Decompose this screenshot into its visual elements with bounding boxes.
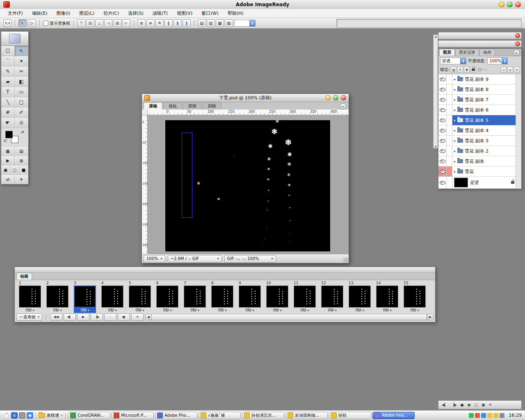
frame-thumbnail[interactable] [404,285,426,308]
paint-bucket-tool[interactable]: ◧ [15,77,28,87]
trash-button[interactable]: ✕ [488,403,492,407]
align-top-button[interactable]: ⊤ [77,19,85,27]
tray-icon-2[interactable] [475,413,480,418]
opacity-dropdown[interactable]: 100% ▲▼ [487,57,508,64]
menu-select[interactable]: 选择(S) [123,9,148,17]
rectangular-marquee-tool[interactable]: ☐ [1,46,15,56]
canvas-viewport[interactable]: ✻❄❄❄❄✻✻✻✻✻✻✶✶✶✶✶✶••••✻✻•• [148,115,349,254]
align-bottom-button[interactable]: ⊥ [95,19,103,27]
frame-thumbnail[interactable] [129,285,151,308]
frame-thumbnail[interactable] [19,285,41,308]
tray-icon-1[interactable] [469,413,474,418]
layer-row[interactable]: ▸雪花 [438,167,521,177]
layer-link-cell[interactable] [447,74,452,84]
tab-history[interactable]: 历史记录 [455,49,479,56]
layer-row[interactable]: ▸雪花 副本 3 [438,136,521,146]
menu-edit[interactable]: 编辑(E) [27,9,52,17]
expand-triangle-icon[interactable]: ▸ [454,129,456,132]
zoom-level-dropdown[interactable]: 100%▾ [144,255,165,262]
step-forward-button[interactable]: ▕▶ [91,313,103,321]
jump-to-other-button[interactable]: ✈ [15,175,28,184]
layer-visibility-toggle[interactable] [438,126,447,135]
animation-frame[interactable]: 80秒▾ [210,281,236,313]
frame-thumbnail[interactable] [239,285,261,308]
taskbar-app-4[interactable]: √嘉嘉`猪 [199,412,241,419]
step-back-button[interactable]: ◀▏ [64,313,76,321]
frames-scrollbar[interactable]: ◀ ▶ [145,314,434,320]
doc-minimize-button[interactable] [325,95,331,100]
animation-frame[interactable]: 60秒▾ [155,281,181,313]
layer-visibility-toggle[interactable] [438,105,447,115]
tray-icon-6[interactable] [500,413,504,418]
option-button-4[interactable]: ▧ [225,19,233,27]
taskbar-app-8[interactable]: Adobe Ima... [372,412,415,419]
tool-preset-button[interactable]: ↖▾ [3,19,11,27]
layer-visibility-toggle[interactable] [438,95,447,105]
document-titlebar[interactable]: 下雪.psd @ 100% (原稿) [142,94,349,102]
collapsed-palette-bar-2[interactable] [438,40,522,48]
menu-image[interactable]: 图像(I) [52,9,75,17]
animation-frame[interactable]: 40秒▾ [100,281,126,313]
full-screen-mode-button[interactable]: ■ [19,165,28,175]
layer-link-cell[interactable] [447,156,452,166]
layer-visibility-toggle[interactable] [438,84,447,94]
new-layer-button[interactable]: ▣ [482,403,485,407]
frame-delay-dropdown[interactable]: 0秒▾ [321,308,343,313]
layer-row[interactable]: ▸雪花 副本 5 [438,115,521,126]
animation-frame[interactable]: 30秒▾ [73,281,98,313]
frame-thumbnail[interactable] [184,285,206,308]
frame-thumbnail[interactable] [74,285,96,308]
taskbar-app-7[interactable]: 钰钰 [329,412,371,419]
layer-visibility-toggle[interactable] [438,156,447,166]
scroll-up-icon[interactable]: ▲ [435,35,437,38]
frame-thumbnail[interactable] [156,285,178,308]
animation-frame[interactable]: 110秒▾ [293,281,318,313]
frame-thumbnail[interactable] [376,285,398,308]
expand-triangle-icon[interactable]: ▸ [454,88,456,91]
rectangle-tool[interactable]: ▭ [15,87,28,97]
tray-icon-3[interactable] [481,413,486,418]
frame-delay-dropdown[interactable]: 0秒▾ [184,308,206,313]
frame-delay-dropdown[interactable]: 0秒▾ [101,308,123,313]
layer-main[interactable]: ▸雪花 副本 4 [452,126,516,135]
align-vertical-center-button[interactable]: ⊟ [86,19,94,27]
toggle-slices-button[interactable]: ▤ [15,146,28,156]
snapshot-button[interactable]: ◉ [468,403,471,407]
lock-all-icon[interactable] [470,67,476,73]
menu-layer[interactable]: 图层(L) [75,9,99,17]
type-tool[interactable]: T [1,87,15,97]
layer-link-cell[interactable] [447,126,452,135]
duplicate-frame-button[interactable]: ▣ [118,313,130,321]
expand-triangle-icon[interactable]: ▸ [454,119,456,122]
layer-row[interactable]: ▸雪花 副本 8 [438,84,521,95]
eyedropper-tool[interactable]: ✐ [15,107,28,118]
frame-thumbnail[interactable] [349,285,371,308]
step-forward-button[interactable]: ▕▶ [451,403,457,407]
layer-visibility-toggle[interactable] [438,74,447,84]
layer-link-cell[interactable] [447,105,452,115]
layer-link-cell[interactable] [447,146,452,156]
animation-frame[interactable]: 150秒▾ [403,281,428,313]
option-button-2[interactable]: ▥ [207,19,215,27]
frame-thumbnail[interactable] [321,285,343,308]
frame-delay-dropdown[interactable]: 0秒▾ [294,308,316,313]
imageready-logo[interactable] [9,34,21,43]
scrollbar-thumb[interactable] [152,314,427,320]
tab-4up[interactable]: 四联 [203,102,221,110]
tab-optimized[interactable]: 优化 [163,102,182,110]
lock-image-pixels-icon[interactable]: ✎ [457,67,463,73]
taskbar-app-6[interactable]: 发张我刚做... [285,412,328,419]
move-tool[interactable]: ↖ [15,46,28,56]
slice-tool[interactable]: ✂ [15,66,28,77]
toggle-image-maps-button[interactable]: ▦ [1,146,15,156]
expand-triangle-icon[interactable]: ▸ [454,149,456,153]
palette-close-button[interactable] [515,41,520,46]
blend-mode-dropdown[interactable]: 穿透 ▲▼ [440,57,466,64]
tab-original[interactable]: 原稿 [144,102,162,110]
menu-view[interactable]: 视图(V) [172,9,197,17]
brush-tool[interactable]: ✎ [1,66,15,77]
swap-colors-icon[interactable]: ⇄ [21,130,24,134]
distribute-bottom-button[interactable]: ≞ [155,19,164,27]
layer-row[interactable]: ▸雪花 副本 2 [438,146,521,156]
first-frame-button[interactable]: ◀◀ [50,313,62,321]
